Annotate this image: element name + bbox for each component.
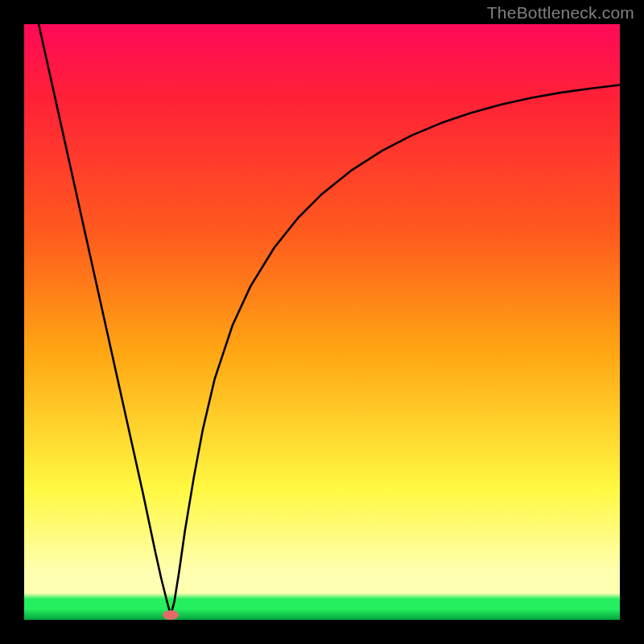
chart-frame: TheBottleneck.com bbox=[0, 0, 644, 644]
curve-path bbox=[24, 0, 620, 615]
bottleneck-curve bbox=[24, 24, 620, 620]
minimum-marker bbox=[163, 610, 179, 620]
plot-area bbox=[24, 24, 620, 620]
watermark-text: TheBottleneck.com bbox=[487, 3, 634, 23]
